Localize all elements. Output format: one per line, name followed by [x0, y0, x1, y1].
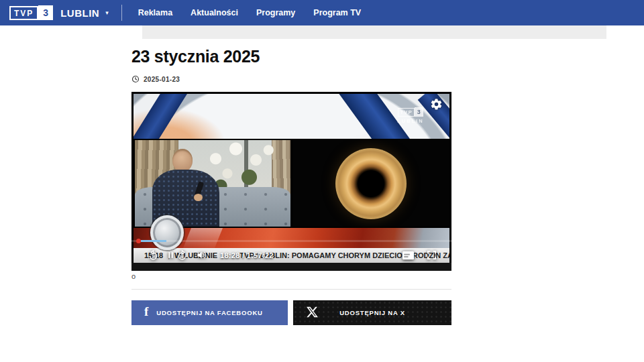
header-subband — [142, 25, 606, 39]
share-buttons: f UDOSTĘPNIJ NA FACEBOOKU UDOSTĘPNIJ NA … — [131, 300, 451, 325]
site-header: TVP 3 LUBLIN ▾ Reklama Aktualności Progr… — [0, 0, 644, 25]
forward-10-button[interactable]: 10 — [176, 249, 188, 263]
video-studio-backdrop: TVP 3 LUBLIN — [133, 94, 449, 139]
channel-watermark: TVP 3 LUBLIN — [395, 107, 426, 124]
backdrop-ribbon — [133, 94, 189, 139]
progress-handle[interactable] — [136, 239, 141, 243]
nav-item-program-tv[interactable]: Program TV — [313, 8, 361, 17]
rewind-10-button[interactable]: 10 — [148, 249, 160, 263]
region-label: LUBLIN — [60, 7, 99, 19]
svg-text:10: 10 — [152, 255, 156, 259]
video-caption: o — [131, 272, 136, 280]
facebook-icon: f — [144, 304, 148, 319]
page: TVP 3 LUBLIN ▾ Reklama Aktualności Progr… — [0, 0, 644, 362]
program-logo-badge — [150, 215, 184, 250]
tvp-logo: TVP — [9, 6, 38, 20]
page-title: 23 stycznia 2025 — [131, 47, 260, 66]
nav-item-reklama[interactable]: Reklama — [138, 8, 172, 17]
nav-item-programy[interactable]: Programy — [256, 8, 295, 17]
x-icon — [307, 306, 318, 318]
video-progress-bar[interactable] — [131, 240, 451, 242]
article-meta: 2025-01-23 — [131, 75, 180, 83]
article-date: 2025-01-23 — [144, 76, 180, 83]
video-player[interactable]: TVP 3 LUBLIN — [131, 92, 451, 271]
guest-figure — [172, 149, 193, 172]
share-facebook-button[interactable]: f UDOSTĘPNIJ NA FACEBOOKU — [131, 300, 288, 325]
share-facebook-label: UDOSTĘPNIJ NA FACEBOOKU — [156, 309, 262, 316]
time-display: 18:28 / 1:57:22 — [220, 251, 274, 259]
progress-buffered — [141, 240, 166, 242]
fullscreen-icon[interactable] — [426, 249, 437, 263]
watermark-region: LUBLIN — [395, 118, 426, 124]
brand-home-link[interactable]: TVP 3 LUBLIN ▾ — [9, 5, 109, 20]
video-guest-panel — [135, 140, 290, 227]
watermark-three: 3 — [415, 107, 423, 117]
video-split-panels — [131, 139, 451, 228]
svg-text:10: 10 — [179, 255, 183, 259]
header-divider — [121, 5, 122, 21]
gear-icon[interactable] — [430, 98, 443, 111]
nav-item-aktualnosci[interactable]: Aktualności — [191, 8, 238, 17]
guest-figure — [194, 194, 203, 201]
volume-icon[interactable] — [195, 249, 207, 263]
player-controls: 10 10 18:28 / 1:57:22 — [131, 249, 451, 263]
tvp3-logo-digit: 3 — [38, 5, 53, 20]
player-bottom-bar — [131, 263, 451, 271]
subtitles-icon[interactable] — [402, 251, 415, 262]
clock-icon — [131, 75, 140, 83]
share-x-label: UDOSTĘPNIJ NA X — [339, 309, 405, 316]
watermark-tvp: TVP — [398, 108, 415, 117]
eye-iris-image — [335, 148, 407, 219]
main-nav: Reklama Aktualności Programy Program TV — [138, 8, 362, 17]
share-x-button[interactable]: UDOSTĘPNIJ NA X — [293, 300, 451, 325]
content-divider — [131, 289, 451, 290]
video-iris-panel — [292, 140, 449, 227]
chevron-down-icon[interactable]: ▾ — [105, 9, 109, 16]
pause-button[interactable] — [166, 250, 175, 262]
